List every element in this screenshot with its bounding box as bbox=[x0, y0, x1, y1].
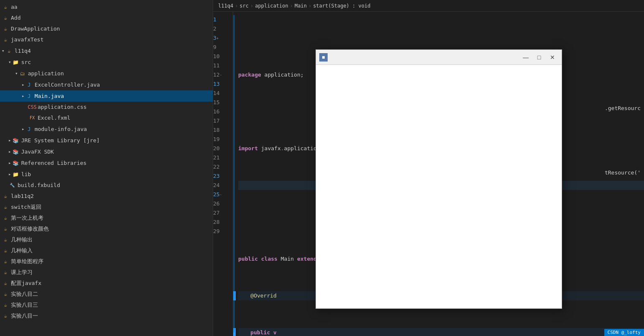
package-icon: ☕ bbox=[2, 192, 9, 200]
sidebar-item-label: JRE System Library [jre] bbox=[21, 136, 211, 145]
folder-icon: 📁 bbox=[12, 171, 20, 178]
sidebar-item-draw[interactable]: ☕ 简单绘图程序 bbox=[0, 256, 213, 267]
sidebar-item-label: application bbox=[28, 69, 211, 78]
sidebar-item-study[interactable]: ☕ 课上学习 bbox=[0, 267, 213, 278]
sidebar-item-lab8-1[interactable]: ☕ 实验八目一 bbox=[0, 310, 213, 321]
sidebar-item-application-css[interactable]: CSS application.css bbox=[0, 102, 213, 113]
sidebar-item-aa[interactable]: ☕ aa bbox=[0, 2, 213, 13]
sidebar-item-lab8-3[interactable]: ☕ 实验八目三 bbox=[0, 300, 213, 310]
sidebar-item-main-java[interactable]: J Main.java bbox=[0, 90, 213, 102]
sidebar-item-label: switch返回 bbox=[11, 203, 211, 212]
java-file-icon: J bbox=[25, 126, 33, 133]
code-text: javafx bbox=[258, 144, 281, 153]
sidebar-item-add[interactable]: ☕ Add bbox=[0, 13, 213, 23]
breadcrumb-separator: › bbox=[290, 3, 293, 9]
sidebar-item-label: l11q4 bbox=[15, 46, 211, 56]
sidebar-item-label: lab11q2 bbox=[11, 192, 211, 201]
sidebar-item-output[interactable]: ☕ 几种输出 bbox=[0, 234, 213, 245]
sidebar-item-label: 简单绘图程序 bbox=[11, 257, 211, 266]
keyword: public bbox=[238, 254, 258, 264]
sidebar-item-label: module-info.java bbox=[35, 125, 211, 134]
sidebar-item-javafx-sdk[interactable]: 📚 JavaFX SDK bbox=[0, 146, 213, 157]
chevron-down-icon bbox=[2, 46, 5, 56]
sidebar-item-excelcontroller[interactable]: J ExcelController.java bbox=[0, 79, 213, 90]
sidebar-item-label: 课上学习 bbox=[11, 268, 211, 277]
breadcrumb-part: application bbox=[255, 3, 288, 9]
dialog-minimize-button[interactable]: — bbox=[520, 53, 532, 62]
sidebar-item-lab11q2[interactable]: ☕ lab11q2 bbox=[0, 191, 213, 202]
right-code-line-2: tResource(' bbox=[605, 168, 641, 177]
sidebar-item-excel-fxml[interactable]: FX Excel.fxml bbox=[0, 113, 213, 123]
sidebar-item-label: Main.java bbox=[35, 92, 211, 101]
package-icon: ☕ bbox=[2, 312, 9, 320]
package-icon: ☕ bbox=[2, 3, 9, 11]
sidebar-item-referenced-libraries[interactable]: 📚 Referenced Libraries bbox=[0, 157, 213, 169]
dialog-app-icon: ■ bbox=[319, 53, 328, 62]
breadcrumb-separator: › bbox=[235, 3, 238, 9]
dialog-close-button[interactable]: ✕ bbox=[547, 53, 558, 62]
floating-dialog: ■ — □ ✕ bbox=[316, 49, 562, 309]
sidebar-item-config-javafx[interactable]: ☕ 配置javafx bbox=[0, 278, 213, 289]
sidebar-item-label: 实验八目三 bbox=[11, 300, 211, 310]
keyword: import bbox=[238, 144, 258, 153]
sidebar-item-label: 几种输出 bbox=[11, 235, 211, 244]
sidebar-item-switch[interactable]: ☕ switch返回 bbox=[0, 202, 213, 213]
package-icon: ☕ bbox=[5, 47, 13, 55]
sidebar-item-lab8-2[interactable]: ☕ 实验八目二 bbox=[0, 289, 213, 300]
sidebar-item-label: lib bbox=[21, 170, 211, 179]
dialog-icon-symbol: ■ bbox=[322, 55, 325, 59]
package-icon: ☕ bbox=[2, 25, 9, 33]
sidebar-item-label: 实验八目二 bbox=[11, 290, 211, 299]
sidebar-item-application[interactable]: 🗂 application bbox=[0, 68, 213, 79]
package-icon: 🗂 bbox=[19, 70, 26, 77]
chevron-right-icon bbox=[8, 136, 11, 145]
sidebar-item-src[interactable]: 📁 src bbox=[0, 56, 213, 68]
sidebar-item-first-exam[interactable]: ☕ 第一次上机考 bbox=[0, 213, 213, 223]
fxml-file-icon: FX bbox=[28, 114, 36, 122]
project-explorer: ☕ aa ☕ Add ☕ DrawApplication ☕ javafxTes… bbox=[0, 0, 213, 336]
chevron-down-icon bbox=[15, 69, 18, 78]
sidebar-item-l11q4[interactable]: ☕ l11q4 bbox=[0, 45, 213, 56]
sidebar-item-label: javafxTest bbox=[11, 35, 211, 44]
sidebar-item-label: Referenced Libraries bbox=[21, 159, 211, 168]
code-line-13: public v bbox=[238, 328, 644, 336]
sidebar-item-label: 第一次上机考 bbox=[11, 213, 211, 223]
sidebar-item-build-fxbuild[interactable]: 🔧 build.fxbuild bbox=[0, 180, 213, 191]
chevron-right-icon bbox=[22, 91, 25, 101]
right-code-overflow: .getResourc tResource(' bbox=[605, 104, 644, 177]
sidebar-item-label: 几种输入 bbox=[11, 246, 211, 255]
sidebar-item-label: 对话框修改颜色 bbox=[11, 224, 211, 233]
chevron-right-icon bbox=[8, 169, 11, 179]
sidebar-item-javafxtest[interactable]: ☕ javafxTest bbox=[0, 34, 213, 45]
breadcrumb-part: start(Stage) : void bbox=[313, 3, 370, 9]
sidebar-item-label: aa bbox=[11, 3, 211, 12]
sidebar-item-label: 实验八目一 bbox=[11, 311, 211, 321]
package-icon: ☕ bbox=[2, 290, 9, 298]
package-icon: ☕ bbox=[2, 203, 9, 211]
sidebar-item-dialog-color[interactable]: ☕ 对话框修改颜色 bbox=[0, 223, 213, 234]
java-file-icon: J bbox=[25, 81, 33, 89]
css-file-icon: CSS bbox=[28, 103, 36, 111]
sdk-icon: 📚 bbox=[12, 148, 20, 156]
dialog-maximize-button[interactable]: □ bbox=[533, 53, 545, 62]
annotation: @Overrid bbox=[237, 291, 277, 300]
sidebar-item-lib[interactable]: 📁 lib bbox=[0, 169, 213, 180]
sidebar-item-module-info[interactable]: J module-info.java bbox=[0, 123, 213, 135]
jre-icon: 📚 bbox=[12, 137, 20, 144]
breadcrumb-part: Main bbox=[295, 3, 307, 9]
right-code-line-1: .getResourc bbox=[605, 104, 641, 113]
breadcrumb-part: l11q4 bbox=[218, 3, 233, 9]
sidebar-item-label: DrawApplication bbox=[11, 24, 211, 33]
folder-icon: 📁 bbox=[12, 59, 20, 66]
code-editor[interactable]: 1 2 3+ 9 10 11 12- 13 14 15 16 17 18 19 … bbox=[213, 12, 644, 336]
chevron-right-icon bbox=[8, 158, 11, 168]
package-icon: ☕ bbox=[2, 269, 9, 276]
chevron-right-icon bbox=[22, 80, 25, 90]
sidebar-item-input[interactable]: ☕ 几种输入 bbox=[0, 245, 213, 256]
package-icon: ☕ bbox=[2, 280, 9, 287]
package-icon: ☕ bbox=[2, 236, 9, 244]
sidebar-item-jre[interactable]: 📚 JRE System Library [jre] bbox=[0, 135, 213, 146]
sidebar-item-label: Excel.fxml bbox=[38, 113, 211, 123]
sidebar-item-drawapplication[interactable]: ☕ DrawApplication bbox=[0, 23, 213, 34]
sidebar-item-label: src bbox=[21, 58, 211, 67]
